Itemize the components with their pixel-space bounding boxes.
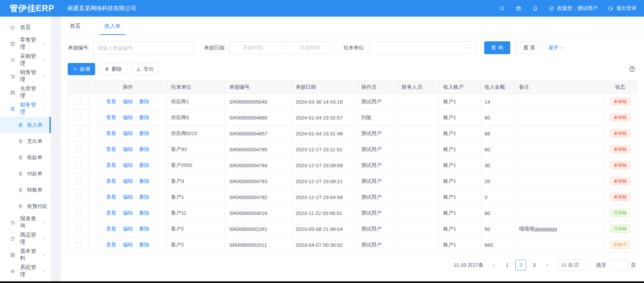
expand-toggle[interactable]: 展开 — [549, 45, 565, 51]
row-action-delete[interactable]: 删除 — [139, 242, 150, 247]
page-size-select[interactable]: 10 条/页 — [557, 260, 590, 270]
row-checkbox[interactable] — [76, 211, 81, 216]
search-icon[interactable] — [499, 5, 505, 12]
row-checkbox[interactable] — [76, 243, 81, 248]
sidebar-item-报表查询[interactable]: 报表查询 — [0, 214, 51, 231]
row-checkbox[interactable] — [76, 227, 81, 232]
row-checkbox[interactable] — [76, 163, 81, 168]
row-action-delete[interactable]: 删除 — [139, 194, 150, 200]
row-checkbox[interactable] — [76, 147, 81, 152]
sidebar-item-基本资料[interactable]: 基本资料 — [0, 247, 51, 263]
jump-page-input[interactable] — [609, 260, 628, 270]
sidebar-item-销售管理[interactable]: 销售管理 — [0, 68, 51, 84]
purchase-icon — [10, 57, 16, 63]
search-button[interactable]: 查询 — [484, 41, 510, 54]
sidebar-item-首页[interactable]: 首页 — [0, 19, 51, 36]
main-area: 首页 收入单 单据编号: 单据日期: 开始时间 ~ 结束时间 — [61, 17, 644, 281]
row-action-edit[interactable]: 编辑 — [123, 226, 133, 232]
row-action-edit[interactable]: 编辑 — [123, 178, 133, 184]
row-action-edit[interactable]: 编辑 — [123, 130, 133, 136]
row-action-delete[interactable]: 删除 — [139, 99, 150, 104]
row-action-delete[interactable]: 删除 — [139, 210, 150, 216]
cell-amount: 50 — [480, 221, 515, 237]
income-table: 操作往来单位单据编号单据日期操作员财务人员收入账户收入金额备注状态 查看编辑删除… — [68, 81, 637, 253]
sidebar-subitem-收入单[interactable]: 收入单 — [0, 117, 51, 133]
sidebar-item-仓库管理[interactable]: 仓库管理 — [0, 84, 51, 101]
row-checkbox[interactable] — [76, 179, 81, 184]
action-separator — [136, 163, 136, 168]
page-button-2[interactable]: 2 — [515, 260, 526, 270]
row-action-view[interactable]: 查看 — [106, 242, 116, 247]
prev-page-button[interactable] — [489, 260, 499, 270]
cell-bill_date: 2023-05-08 21:48:04 — [292, 221, 357, 237]
row-action-view[interactable]: 查看 — [106, 178, 116, 184]
row-action-view[interactable]: 查看 — [106, 210, 116, 216]
row-action-edit[interactable]: 编辑 — [123, 242, 133, 247]
row-action-delete[interactable]: 删除 — [139, 178, 150, 184]
sidebar-subitem-转账单[interactable]: 转账单 — [0, 182, 51, 198]
sidebar-subitem-收款单[interactable]: 收款单 — [0, 149, 51, 166]
row-action-edit[interactable]: 编辑 — [123, 194, 133, 200]
partner-select[interactable] — [369, 41, 476, 54]
row-action-delete[interactable]: 删除 — [139, 226, 150, 232]
delete-button[interactable]: 删除 — [99, 63, 127, 75]
tab-home[interactable]: 首页 — [66, 23, 84, 35]
reset-button[interactable]: 重置 — [516, 41, 542, 54]
row-action-delete[interactable]: 删除 — [139, 162, 150, 168]
action-separator — [120, 179, 120, 183]
row-action-view[interactable]: 查看 — [106, 114, 116, 120]
help-icon[interactable] — [628, 65, 636, 73]
row-checkbox[interactable] — [76, 115, 81, 121]
page-button-1[interactable]: 1 — [502, 260, 513, 270]
bell-icon[interactable] — [532, 5, 538, 12]
add-button[interactable]: 新增 — [68, 63, 95, 75]
status-badge: 未审核 — [610, 129, 630, 137]
sidebar-subitem-label: 收款单 — [27, 154, 42, 161]
cell-partner: 客户2 — [167, 221, 225, 237]
sidebar-item-商品管理[interactable]: 商品管理 — [0, 231, 51, 247]
cell-finance_staff — [398, 157, 439, 173]
sidebar-item-系统管理[interactable]: 系统管理 — [0, 263, 51, 279]
chevron-down-icon — [467, 45, 472, 50]
row-action-view[interactable]: 查看 — [106, 146, 116, 152]
sidebar-subitem-收预付款[interactable]: 收预付款 — [0, 198, 51, 214]
row-action-view[interactable]: 查看 — [106, 162, 116, 168]
bank-icon[interactable] — [515, 5, 522, 12]
page-button-3[interactable]: 3 — [529, 260, 540, 270]
logout-button[interactable]: 退出登录 — [608, 5, 637, 12]
row-checkbox[interactable] — [76, 100, 81, 105]
row-checkbox[interactable] — [76, 195, 81, 200]
row-action-delete[interactable]: 删除 — [139, 146, 150, 152]
sidebar-item-零售管理[interactable]: 零售管理 — [0, 36, 51, 52]
cell-account: 账户1 — [439, 126, 480, 142]
row-action-edit[interactable]: 编辑 — [123, 99, 133, 104]
welcome-user[interactable]: 欢迎您，测试用户 — [549, 5, 598, 12]
partner-label: 往来单位: — [343, 45, 365, 51]
row-action-view[interactable]: 查看 — [106, 194, 116, 200]
row-action-view[interactable]: 查看 — [106, 99, 116, 104]
row-action-delete[interactable]: 删除 — [139, 114, 150, 120]
row-action-edit[interactable]: 编辑 — [123, 146, 133, 152]
row-action-edit[interactable]: 编辑 — [123, 210, 133, 216]
row-action-edit[interactable]: 编辑 — [123, 114, 133, 120]
row-action-edit[interactable]: 编辑 — [123, 162, 133, 168]
row-checkbox[interactable] — [76, 131, 81, 136]
next-page-button[interactable] — [542, 260, 553, 270]
cell-status: 已审核 — [603, 205, 637, 221]
sidebar-subitem-付款单[interactable]: 付款单 — [0, 166, 51, 182]
tab-income-receipt[interactable]: 收入单 — [101, 23, 124, 35]
row-action-view[interactable]: 查看 — [106, 226, 116, 232]
select-all-checkbox[interactable] — [76, 85, 81, 90]
date-range-picker[interactable]: 开始时间 ~ 结束时间 — [229, 41, 334, 54]
row-action-view[interactable]: 查看 — [106, 130, 116, 136]
sidebar-subitem-支出单[interactable]: 支出单 — [0, 133, 51, 149]
cell-bill_no: SR00000004860 — [225, 110, 292, 126]
row-action-delete[interactable]: 删除 — [139, 130, 150, 136]
sidebar-item-label: 系统管理 — [20, 264, 37, 278]
bill-no-input[interactable] — [93, 41, 194, 54]
sidebar-item-采购管理[interactable]: 采购管理 — [0, 52, 51, 68]
cell-finance_staff — [398, 126, 439, 142]
export-button[interactable]: 导出 — [131, 63, 159, 75]
sidebar-item-财务管理[interactable]: 财务管理 — [0, 101, 51, 117]
date-end-placeholder: 结束时间 — [300, 45, 320, 51]
